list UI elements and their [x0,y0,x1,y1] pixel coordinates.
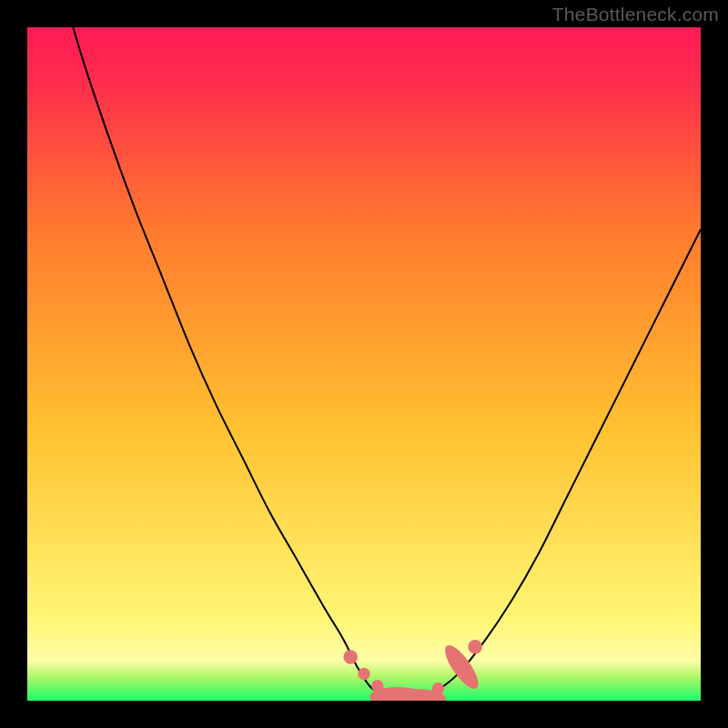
marker-dot [468,640,482,654]
marker-dot [358,668,369,680]
marker-dot [432,682,444,694]
chart-svg [0,0,728,728]
watermark-label: TheBottleneck.com [552,4,719,25]
marker-dot [343,650,358,664]
chart-frame: TheBottleneck.com [0,0,728,728]
gradient-background [27,27,701,701]
